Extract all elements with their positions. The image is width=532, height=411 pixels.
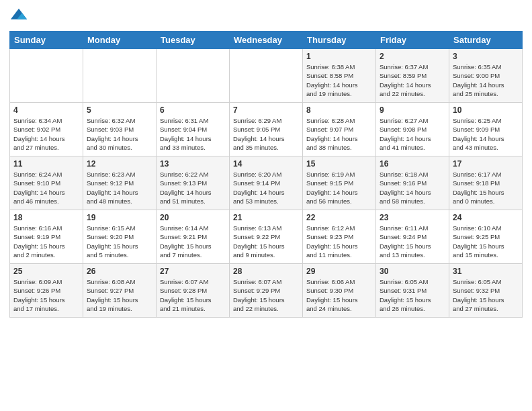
day-cell: 2Sunrise: 6:37 AM Sunset: 8:59 PM Daylig… — [376, 49, 449, 103]
day-cell — [157, 49, 230, 103]
day-number: 27 — [160, 267, 226, 276]
day-cell: 9Sunrise: 6:27 AM Sunset: 9:08 PM Daylig… — [376, 103, 449, 156]
weekday-header-monday: Monday — [83, 32, 157, 49]
day-cell: 13Sunrise: 6:22 AM Sunset: 9:13 PM Dayli… — [157, 156, 230, 210]
day-number: 11 — [13, 159, 79, 169]
day-cell: 18Sunrise: 6:16 AM Sunset: 9:19 PM Dayli… — [10, 210, 83, 264]
week-row-1: 1Sunrise: 6:38 AM Sunset: 8:58 PM Daylig… — [10, 49, 523, 103]
day-cell: 22Sunrise: 6:12 AM Sunset: 9:23 PM Dayli… — [303, 210, 376, 264]
day-number: 15 — [306, 159, 372, 169]
day-info: Sunrise: 6:05 AM Sunset: 9:32 PM Dayligh… — [453, 277, 519, 313]
day-number: 19 — [87, 213, 152, 222]
day-number: 20 — [160, 213, 226, 222]
day-cell — [230, 49, 303, 103]
day-info: Sunrise: 6:20 AM Sunset: 9:14 PM Dayligh… — [233, 170, 299, 205]
week-row-3: 11Sunrise: 6:24 AM Sunset: 9:10 PM Dayli… — [10, 156, 523, 210]
day-info: Sunrise: 6:31 AM Sunset: 9:04 PM Dayligh… — [160, 116, 226, 152]
day-info: Sunrise: 6:06 AM Sunset: 9:30 PM Dayligh… — [306, 277, 372, 313]
week-row-4: 18Sunrise: 6:16 AM Sunset: 9:19 PM Dayli… — [10, 210, 523, 264]
day-info: Sunrise: 6:05 AM Sunset: 9:31 PM Dayligh… — [380, 277, 445, 313]
day-number: 31 — [453, 267, 519, 276]
day-cell: 14Sunrise: 6:20 AM Sunset: 9:14 PM Dayli… — [230, 156, 303, 210]
day-number: 14 — [233, 159, 299, 169]
day-info: Sunrise: 6:27 AM Sunset: 9:08 PM Dayligh… — [380, 116, 445, 152]
weekday-header-saturday: Saturday — [449, 32, 523, 49]
day-number: 23 — [380, 213, 445, 222]
weekday-header-friday: Friday — [376, 32, 449, 49]
day-number: 16 — [380, 159, 445, 169]
day-info: Sunrise: 6:22 AM Sunset: 9:13 PM Dayligh… — [160, 170, 226, 205]
day-cell: 29Sunrise: 6:06 AM Sunset: 9:30 PM Dayli… — [303, 264, 376, 318]
weekday-header-wednesday: Wednesday — [230, 32, 303, 49]
day-info: Sunrise: 6:16 AM Sunset: 9:19 PM Dayligh… — [13, 224, 79, 259]
day-info: Sunrise: 6:10 AM Sunset: 9:25 PM Dayligh… — [453, 224, 519, 259]
day-info: Sunrise: 6:07 AM Sunset: 9:29 PM Dayligh… — [233, 277, 299, 313]
logo-icon — [9, 7, 28, 26]
day-cell: 17Sunrise: 6:17 AM Sunset: 9:18 PM Dayli… — [449, 156, 523, 210]
week-row-5: 25Sunrise: 6:09 AM Sunset: 9:26 PM Dayli… — [10, 264, 523, 318]
day-cell: 15Sunrise: 6:19 AM Sunset: 9:15 PM Dayli… — [303, 156, 376, 210]
day-number: 9 — [380, 105, 445, 115]
day-number: 4 — [13, 105, 79, 115]
day-cell: 12Sunrise: 6:23 AM Sunset: 9:12 PM Dayli… — [83, 156, 157, 210]
calendar-table: SundayMondayTuesdayWednesdayThursdayFrid… — [9, 31, 523, 318]
day-cell — [10, 49, 83, 103]
weekday-header-tuesday: Tuesday — [157, 32, 230, 49]
day-info: Sunrise: 6:29 AM Sunset: 9:05 PM Dayligh… — [233, 116, 299, 152]
day-info: Sunrise: 6:25 AM Sunset: 9:09 PM Dayligh… — [453, 116, 519, 152]
day-number: 7 — [233, 105, 299, 115]
day-cell: 28Sunrise: 6:07 AM Sunset: 9:29 PM Dayli… — [230, 264, 303, 318]
weekday-header-thursday: Thursday — [303, 32, 376, 49]
day-info: Sunrise: 6:23 AM Sunset: 9:12 PM Dayligh… — [87, 170, 152, 205]
weekday-header-sunday: Sunday — [10, 32, 83, 49]
day-number: 10 — [453, 105, 519, 115]
day-number: 18 — [13, 213, 79, 222]
day-info: Sunrise: 6:14 AM Sunset: 9:21 PM Dayligh… — [160, 224, 226, 259]
day-number: 17 — [453, 159, 519, 169]
day-cell: 7Sunrise: 6:29 AM Sunset: 9:05 PM Daylig… — [230, 103, 303, 156]
day-info: Sunrise: 6:08 AM Sunset: 9:27 PM Dayligh… — [87, 277, 152, 313]
day-number: 12 — [87, 159, 152, 169]
header — [9, 7, 523, 26]
day-info: Sunrise: 6:12 AM Sunset: 9:23 PM Dayligh… — [306, 224, 372, 259]
day-number: 6 — [160, 105, 226, 115]
day-number: 3 — [453, 52, 519, 61]
day-cell: 26Sunrise: 6:08 AM Sunset: 9:27 PM Dayli… — [83, 264, 157, 318]
day-number: 24 — [453, 213, 519, 222]
day-cell: 24Sunrise: 6:10 AM Sunset: 9:25 PM Dayli… — [449, 210, 523, 264]
day-number: 8 — [306, 105, 372, 115]
day-info: Sunrise: 6:28 AM Sunset: 9:07 PM Dayligh… — [306, 116, 372, 152]
day-number: 2 — [380, 52, 445, 61]
page: SundayMondayTuesdayWednesdayThursdayFrid… — [0, 0, 532, 411]
day-number: 28 — [233, 267, 299, 276]
day-number: 1 — [306, 52, 372, 61]
week-row-2: 4Sunrise: 6:34 AM Sunset: 9:02 PM Daylig… — [10, 103, 523, 156]
day-cell: 20Sunrise: 6:14 AM Sunset: 9:21 PM Dayli… — [157, 210, 230, 264]
day-cell — [83, 49, 157, 103]
day-cell: 3Sunrise: 6:35 AM Sunset: 9:00 PM Daylig… — [449, 49, 523, 103]
weekday-header-row: SundayMondayTuesdayWednesdayThursdayFrid… — [10, 32, 523, 49]
day-cell: 1Sunrise: 6:38 AM Sunset: 8:58 PM Daylig… — [303, 49, 376, 103]
day-info: Sunrise: 6:19 AM Sunset: 9:15 PM Dayligh… — [306, 170, 372, 205]
day-cell: 19Sunrise: 6:15 AM Sunset: 9:20 PM Dayli… — [83, 210, 157, 264]
day-info: Sunrise: 6:07 AM Sunset: 9:28 PM Dayligh… — [160, 277, 226, 313]
day-cell: 16Sunrise: 6:18 AM Sunset: 9:16 PM Dayli… — [376, 156, 449, 210]
logo — [9, 7, 31, 26]
day-number: 29 — [306, 267, 372, 276]
day-info: Sunrise: 6:24 AM Sunset: 9:10 PM Dayligh… — [13, 170, 79, 205]
day-info: Sunrise: 6:13 AM Sunset: 9:22 PM Dayligh… — [233, 224, 299, 259]
day-info: Sunrise: 6:15 AM Sunset: 9:20 PM Dayligh… — [87, 224, 152, 259]
day-cell: 30Sunrise: 6:05 AM Sunset: 9:31 PM Dayli… — [376, 264, 449, 318]
day-info: Sunrise: 6:34 AM Sunset: 9:02 PM Dayligh… — [13, 116, 79, 152]
day-info: Sunrise: 6:18 AM Sunset: 9:16 PM Dayligh… — [380, 170, 445, 205]
day-info: Sunrise: 6:17 AM Sunset: 9:18 PM Dayligh… — [453, 170, 519, 205]
day-cell: 11Sunrise: 6:24 AM Sunset: 9:10 PM Dayli… — [10, 156, 83, 210]
day-info: Sunrise: 6:38 AM Sunset: 8:58 PM Dayligh… — [306, 62, 372, 98]
day-info: Sunrise: 6:11 AM Sunset: 9:24 PM Dayligh… — [380, 224, 445, 259]
day-number: 26 — [87, 267, 152, 276]
day-info: Sunrise: 6:32 AM Sunset: 9:03 PM Dayligh… — [87, 116, 152, 152]
day-info: Sunrise: 6:37 AM Sunset: 8:59 PM Dayligh… — [380, 62, 445, 98]
day-number: 13 — [160, 159, 226, 169]
day-number: 22 — [306, 213, 372, 222]
day-cell: 23Sunrise: 6:11 AM Sunset: 9:24 PM Dayli… — [376, 210, 449, 264]
